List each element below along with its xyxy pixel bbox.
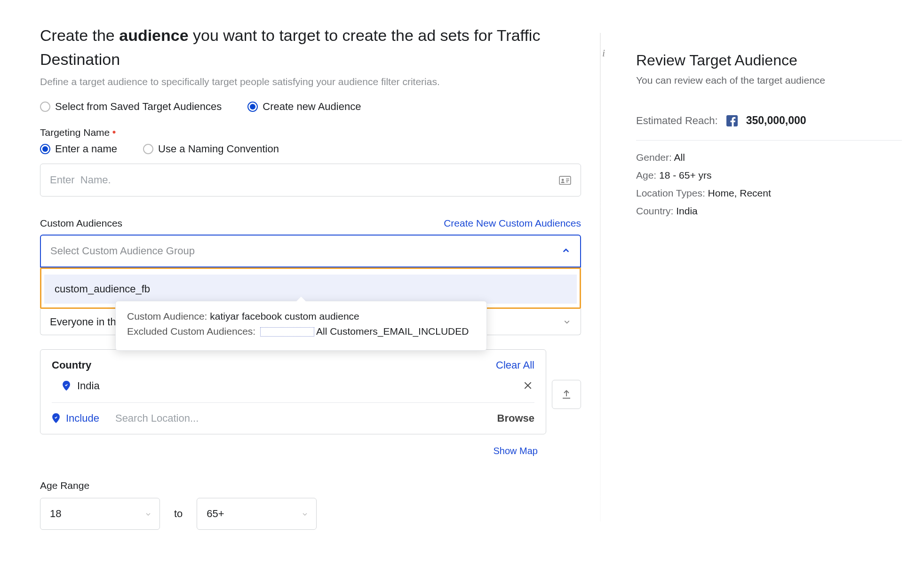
radio-enter-name-label: Enter a name <box>55 143 117 155</box>
radio-saved-audiences[interactable]: Select from Saved Target Audiences <box>40 101 222 113</box>
remove-country-button[interactable] <box>524 381 532 392</box>
include-label-text: Include <box>66 412 99 424</box>
title-prefix: Create the <box>40 26 119 44</box>
gender-value: All <box>674 152 685 163</box>
custom-audience-tooltip: Custom Audience: katiyar facebook custom… <box>115 301 487 351</box>
radio-naming-convention[interactable]: Use a Naming Convention <box>143 143 279 155</box>
divider <box>636 140 902 141</box>
review-title: Review Target Audience <box>636 52 902 69</box>
age-from-select[interactable]: 18 <box>40 498 160 530</box>
radio-icon <box>143 144 153 154</box>
svg-point-1 <box>562 179 564 181</box>
age-to-value: 65+ <box>207 508 224 520</box>
create-custom-audiences-link[interactable]: Create New Custom Audiences <box>444 218 581 229</box>
search-location-input[interactable] <box>106 412 491 424</box>
estimated-reach-value: 350,000,000 <box>746 114 806 127</box>
id-card-icon[interactable] <box>559 175 571 185</box>
age-value: 18 - 65+ yrs <box>659 170 711 181</box>
page-subtitle: Define a target audience to specifically… <box>40 76 581 87</box>
required-indicator: ● <box>112 128 116 135</box>
estimated-reach-label: Estimated Reach: <box>636 115 718 127</box>
facebook-icon <box>726 115 738 126</box>
country-key: Country: <box>636 205 673 216</box>
info-icon[interactable]: i <box>602 47 605 59</box>
country-card: Country Clear All India <box>40 349 546 434</box>
chevron-down-icon <box>564 316 570 328</box>
browse-button[interactable]: Browse <box>497 412 534 424</box>
chevron-down-icon <box>145 508 151 520</box>
loc-key: Location Types: <box>636 188 705 198</box>
radio-saved-label: Select from Saved Target Audiences <box>55 101 222 113</box>
radio-new-label: Create new Audience <box>263 101 361 113</box>
country-title: Country <box>52 359 91 371</box>
title-emphasis: audience <box>119 26 188 44</box>
radio-enter-name[interactable]: Enter a name <box>40 143 117 155</box>
attr-age: Age: 18 - 65+ yrs <box>636 170 902 181</box>
custom-audiences-label: Custom Audiences <box>40 218 122 229</box>
age-from-value: 18 <box>50 508 61 520</box>
targeting-name-text: Targeting Name <box>40 127 110 138</box>
redacted-value <box>260 327 314 337</box>
country-name: India <box>77 380 100 392</box>
chevron-up-icon <box>562 245 570 257</box>
targeting-name-input[interactable] <box>50 174 552 186</box>
age-range-label: Age Range <box>40 480 581 491</box>
loc-value: Home, Recent <box>708 188 771 198</box>
location-pin-icon <box>52 413 60 424</box>
custom-audience-select[interactable]: Select Custom Audience Group <box>40 235 581 267</box>
targeting-name-input-wrapper <box>40 164 581 197</box>
custom-audience-option[interactable]: custom_audience_fb <box>44 275 577 304</box>
location-pin-icon <box>62 381 71 391</box>
tooltip-ca-value: katiyar facebook custom audience <box>210 311 359 322</box>
age-to-select[interactable]: 65+ <box>197 498 317 530</box>
upload-button[interactable] <box>552 380 581 409</box>
targeting-name-label: Targeting Name ● <box>40 127 581 138</box>
tooltip-ex-value: All Customers_EMAIL_INCLUDED <box>316 326 469 337</box>
attr-country: Country: India <box>636 205 902 217</box>
review-description: You can review each of the target audien… <box>636 75 902 86</box>
page-title: Create the audience you want to target t… <box>40 24 581 71</box>
country-item: India <box>52 378 534 402</box>
radio-convention-label: Use a Naming Convention <box>158 143 279 155</box>
clear-all-link[interactable]: Clear All <box>496 359 534 371</box>
upload-icon <box>561 389 572 400</box>
location-scope-text: Everyone in th <box>50 316 116 328</box>
chevron-down-icon <box>302 508 308 520</box>
tooltip-ex-label: Excluded Custom Audiences: <box>127 326 255 337</box>
gender-key: Gender: <box>636 152 672 163</box>
attr-gender: Gender: All <box>636 152 902 163</box>
review-panel: Review Target Audience You can review ea… <box>601 24 902 566</box>
include-toggle[interactable]: Include <box>52 412 99 424</box>
age-to-label: to <box>174 508 183 520</box>
show-map-link[interactable]: Show Map <box>494 446 538 456</box>
radio-icon <box>40 102 50 112</box>
age-key: Age: <box>636 170 656 181</box>
country-value: India <box>676 205 698 216</box>
custom-audience-placeholder: Select Custom Audience Group <box>50 245 195 257</box>
attr-location-types: Location Types: Home, Recent <box>636 188 902 199</box>
tooltip-ca-label: Custom Audience: <box>127 311 207 322</box>
radio-icon <box>40 144 50 154</box>
radio-icon <box>247 102 258 112</box>
radio-create-new-audience[interactable]: Create new Audience <box>247 101 361 113</box>
